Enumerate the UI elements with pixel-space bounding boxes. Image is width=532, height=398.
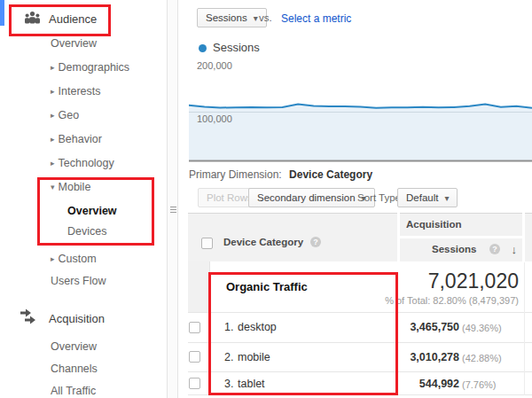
row-sessions-percent: (49.36%)	[462, 323, 502, 333]
summary-sessions-total: 7,021,020	[428, 269, 519, 293]
row-sessions-value: 544,992	[419, 378, 459, 390]
row-sessions-value: 3,010,278	[410, 351, 459, 363]
sidebar-splitter	[167, 0, 178, 398]
vs-label: vs.	[259, 12, 272, 23]
row-checkbox[interactable]	[189, 378, 200, 389]
row-checkbox[interactable]	[189, 322, 200, 333]
row-sessions-value: 3,465,750	[410, 321, 459, 333]
table-header-device-category-cell: Device Category ?	[188, 213, 397, 261]
expand-right-icon: ▸	[51, 87, 55, 96]
expand-right-icon: ▸	[51, 63, 55, 72]
sort-desc-icon[interactable]: ↓	[512, 243, 518, 256]
sessions-legend-dot	[199, 44, 207, 52]
chart-area-fill	[189, 105, 532, 160]
expand-right-icon: ▸	[51, 159, 55, 168]
caret-down-icon: ▾	[254, 13, 258, 23]
column-divider	[524, 262, 525, 395]
table-header-next-column-sliver	[525, 213, 532, 261]
row-sessions-percent: (42.88%)	[462, 353, 502, 363]
active-nav-indicator	[0, 0, 4, 26]
sidebar-item-custom[interactable]: ▸Custom	[51, 253, 97, 265]
sidebar-item-users-flow[interactable]: Users Flow	[51, 275, 106, 287]
secondary-dimension-dropdown[interactable]: Secondary dimension ▾	[248, 188, 375, 207]
sort-type-dropdown[interactable]: Default ▾	[397, 188, 458, 207]
sidebar-item-technology[interactable]: ▸Technology	[51, 157, 114, 169]
sidebar-section-acquisition[interactable]: Acquisition	[49, 312, 105, 325]
summary-percent-of-total: % of Total: 82.80% (8,479,397)	[385, 295, 519, 306]
summary-checkbox-cell	[188, 261, 210, 312]
expand-right-icon: ▸	[51, 135, 55, 144]
analytics-app: Audience Overview ▸Demographics ▸Interes…	[0, 0, 532, 398]
y-axis-label-100k: 100,000	[197, 113, 232, 124]
help-icon[interactable]: ?	[310, 237, 321, 247]
primary-dimension-bar: Primary Dimension: Device Category	[189, 168, 372, 181]
select-metric-link[interactable]: Select a metric	[281, 12, 351, 25]
sessions-column-header[interactable]: Sessions	[432, 244, 477, 254]
annotation-box-audience	[9, 4, 111, 36]
table-header-sessions-cell: Sessions ? ↓	[400, 238, 522, 261]
sidebar-item-behavior[interactable]: ▸Behavior	[51, 133, 102, 145]
sessions-legend-label: Sessions	[213, 41, 260, 54]
sidebar-item-acquisition-overview[interactable]: Overview	[51, 340, 97, 353]
sessions-timeline-chart	[189, 59, 532, 162]
help-icon[interactable]: ?	[489, 244, 500, 254]
sidebar-item-geo[interactable]: ▸Geo	[51, 109, 79, 121]
drag-handle-icon[interactable]	[170, 207, 176, 207]
sidebar-item-interests[interactable]: ▸Interests	[51, 85, 100, 98]
metric-selector-dropdown[interactable]: Sessions ▾	[197, 8, 267, 27]
y-axis-label-200k: 200,000	[197, 60, 232, 71]
row-sessions-percent: (7.76%)	[462, 379, 497, 390]
row-checkbox[interactable]	[189, 351, 200, 363]
table-header-acquisition-cell: Acquisition	[400, 213, 522, 236]
acquisition-icon	[20, 308, 37, 325]
expand-right-icon: ▸	[51, 111, 55, 120]
caret-down-icon: ▾	[444, 193, 449, 203]
select-all-checkbox[interactable]	[201, 238, 213, 249]
sidebar-item-channels[interactable]: Channels	[51, 363, 98, 375]
sidebar-item-demographics[interactable]: ▸Demographics	[51, 61, 129, 74]
annotation-box-mobile	[37, 177, 154, 246]
expand-right-icon: ▸	[51, 254, 55, 263]
device-category-header[interactable]: Device Category	[223, 237, 303, 247]
sidebar-item-overview[interactable]: Overview	[51, 37, 97, 50]
acquisition-group-header: Acquisition	[406, 219, 462, 230]
annotation-box-organic-traffic	[208, 272, 398, 395]
sidebar-item-all-traffic[interactable]: All Traffic	[51, 385, 96, 397]
primary-dimension-label: Primary Dimension:	[189, 168, 282, 181]
primary-dimension-value: Device Category	[289, 168, 372, 181]
